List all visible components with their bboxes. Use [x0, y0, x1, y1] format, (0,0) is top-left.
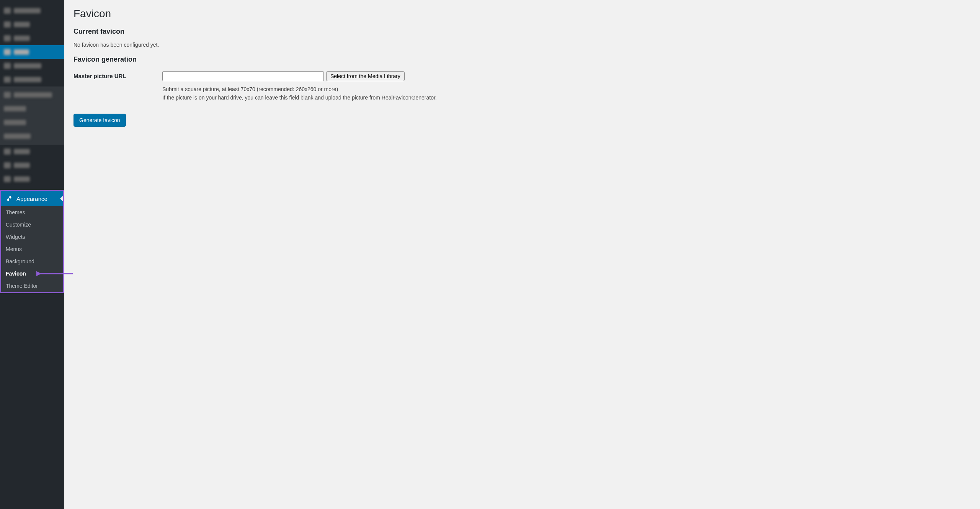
main-content: Favicon Current favicon No favicon has b…: [64, 0, 980, 509]
generate-favicon-button[interactable]: Generate favicon: [74, 114, 126, 127]
master-picture-row: Master picture URL Select from the Media…: [74, 71, 971, 102]
sidebar-item-appearance[interactable]: Appearance: [1, 191, 63, 206]
submenu-theme-editor[interactable]: Theme Editor: [1, 280, 63, 292]
sidebar-blurred-item: [0, 102, 64, 116]
submenu-background[interactable]: Background: [1, 255, 63, 268]
help-text-line2: If the picture is on your hard drive, yo…: [162, 93, 971, 102]
sidebar-blurred-item: [0, 129, 64, 143]
sidebar-blurred-section: [0, 0, 64, 190]
favicon-status-text: No favicon has been configured yet.: [74, 42, 971, 48]
admin-sidebar: Appearance Themes Customize Widgets Menu…: [0, 0, 64, 509]
submenu-menus[interactable]: Menus: [1, 243, 63, 255]
appearance-menu-highlighted: Appearance Themes Customize Widgets Menu…: [0, 190, 64, 293]
sidebar-blurred-item: [0, 145, 64, 158]
master-picture-field: Select from the Media Library Submit a s…: [162, 71, 971, 102]
sidebar-blurred-item: [0, 31, 64, 45]
submenu-themes[interactable]: Themes: [1, 206, 63, 219]
sidebar-blurred-item: [0, 18, 64, 31]
generation-heading: Favicon generation: [74, 55, 971, 64]
current-favicon-heading: Current favicon: [74, 28, 971, 36]
page-title: Favicon: [74, 8, 971, 20]
sidebar-blurred-item: [0, 73, 64, 86]
select-media-button[interactable]: Select from the Media Library: [326, 71, 405, 81]
help-text-line1: Submit a square picture, at least 70x70 …: [162, 85, 971, 93]
submenu-widgets[interactable]: Widgets: [1, 231, 63, 243]
submenu-favicon[interactable]: Favicon: [1, 268, 63, 280]
sidebar-blurred-item: [0, 59, 64, 73]
sidebar-blurred-item: [0, 45, 64, 59]
sidebar-blurred-item: [0, 158, 64, 172]
sidebar-blurred-item: [0, 88, 64, 102]
sidebar-blurred-item: [0, 116, 64, 129]
submenu-customize[interactable]: Customize: [1, 219, 63, 231]
brush-icon: [6, 195, 13, 202]
sidebar-blurred-item: [0, 4, 64, 18]
appearance-label: Appearance: [16, 196, 47, 202]
sidebar-blurred-item: [0, 172, 64, 186]
appearance-submenu: Themes Customize Widgets Menus Backgroun…: [1, 206, 63, 292]
master-picture-url-input[interactable]: [162, 71, 324, 81]
master-picture-label: Master picture URL: [74, 71, 162, 79]
